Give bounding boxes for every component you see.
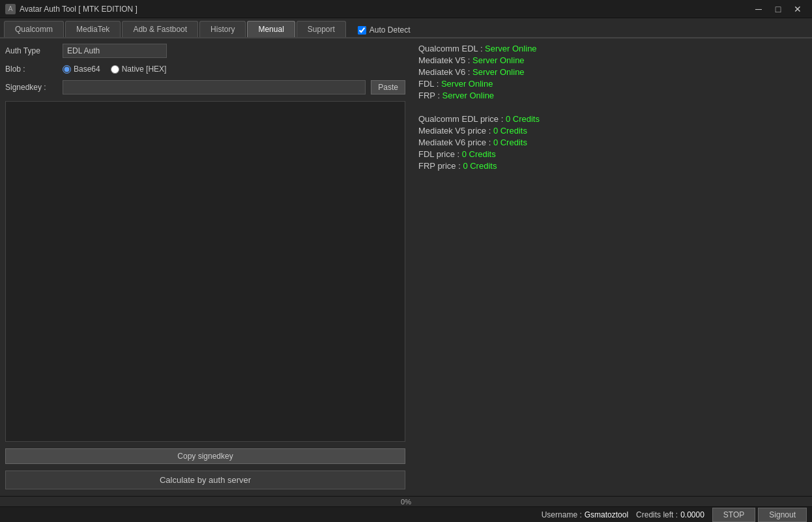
auth-type-input[interactable] bbox=[63, 44, 167, 58]
progress-text: 0% bbox=[401, 498, 411, 506]
pricing-fdl-value: 0 Credits bbox=[462, 149, 496, 159]
auth-type-label: Auth Type bbox=[5, 46, 57, 55]
title-bar: A Avatar Auth Tool [ MTK EDITION ] ─ □ ✕ bbox=[0, 0, 812, 18]
title-bar-controls: ─ □ ✕ bbox=[749, 2, 807, 16]
qualcomm-edl-label: Qualcomm EDL : bbox=[418, 44, 485, 53]
calculate-button[interactable]: Calculate by auth server bbox=[5, 471, 405, 489]
base64-label: Base64 bbox=[74, 65, 100, 74]
auth-type-row: Auth Type bbox=[5, 44, 405, 58]
username-label: Username : bbox=[542, 510, 582, 519]
status-bar: Username : Gsmatoztool Credits left : 0.… bbox=[0, 506, 812, 522]
server-line-qualcomm: Qualcomm EDL : Server Online bbox=[418, 44, 804, 53]
signout-button[interactable]: Signout bbox=[758, 508, 807, 522]
auto-detect-label: Auto Detect bbox=[370, 25, 411, 35]
native-hex-radio[interactable] bbox=[111, 65, 119, 74]
auto-detect-checkbox[interactable] bbox=[358, 26, 366, 35]
pricing-qualcomm: Qualcomm EDL price : 0 Credits bbox=[418, 114, 804, 124]
frp-status: Server Online bbox=[442, 91, 494, 100]
copy-signedkey-button[interactable]: Copy signedkey bbox=[5, 448, 405, 464]
minimize-button[interactable]: ─ bbox=[749, 2, 768, 16]
right-panel: Qualcomm EDL : Server Online Mediatek V5… bbox=[411, 38, 812, 495]
progress-bar-container: 0% bbox=[0, 496, 812, 506]
base64-radio-label[interactable]: Base64 bbox=[63, 65, 100, 74]
auto-detect-checkbox-label[interactable]: Auto Detect bbox=[358, 25, 411, 35]
pricing-frp-value: 0 Credits bbox=[463, 161, 497, 171]
pricing-mtk-v5-label: Mediatek V5 price : bbox=[418, 126, 493, 136]
app-icon: A bbox=[5, 4, 16, 14]
pricing-section: Qualcomm EDL price : 0 Credits Mediatek … bbox=[418, 114, 804, 173]
mtk-v6-label: Mediatek V6 : bbox=[418, 67, 472, 77]
pricing-mtk-v5-value: 0 Credits bbox=[493, 126, 527, 136]
server-status-section: Qualcomm EDL : Server Online Mediatek V5… bbox=[418, 44, 804, 102]
maximize-button[interactable]: □ bbox=[769, 2, 787, 16]
fdl-status: Server Online bbox=[441, 79, 493, 89]
native-hex-radio-label[interactable]: Native [HEX] bbox=[111, 65, 167, 74]
pricing-mtk-v5: Mediatek V5 price : 0 Credits bbox=[418, 126, 804, 136]
pricing-frp: FRP price : 0 Credits bbox=[418, 161, 804, 171]
username-value: Gsmatoztool bbox=[585, 510, 628, 519]
pricing-mtk-v6-label: Mediatek V6 price : bbox=[418, 138, 493, 147]
paste-button[interactable]: Paste bbox=[371, 80, 405, 94]
server-line-frp: FRP : Server Online bbox=[418, 91, 804, 100]
tab-support[interactable]: Support bbox=[297, 21, 346, 37]
pricing-fdl-label: FDL price : bbox=[418, 149, 462, 159]
native-hex-label: Native [HEX] bbox=[122, 65, 167, 74]
main-content: Auth Type Blob : Base64 Native [HEX] Sig… bbox=[0, 38, 812, 495]
mtk-v5-status: Server Online bbox=[472, 55, 524, 65]
server-line-fdl: FDL : Server Online bbox=[418, 79, 804, 89]
tab-qualcomm[interactable]: Qualcomm bbox=[4, 21, 64, 37]
mtk-v5-label: Mediatek V5 : bbox=[418, 55, 472, 65]
pricing-qualcomm-label: Qualcomm EDL price : bbox=[418, 114, 506, 124]
title-bar-text: Avatar Auth Tool [ MTK EDITION ] bbox=[20, 5, 138, 14]
base64-radio[interactable] bbox=[63, 65, 71, 74]
pricing-mtk-v6-value: 0 Credits bbox=[493, 138, 527, 147]
title-bar-left: A Avatar Auth Tool [ MTK EDITION ] bbox=[5, 4, 138, 14]
pricing-qualcomm-value: 0 Credits bbox=[506, 114, 540, 124]
stop-button[interactable]: STOP bbox=[712, 508, 755, 522]
server-line-mtk-v5: Mediatek V5 : Server Online bbox=[418, 55, 804, 65]
signedkey-label: Signedkey : bbox=[5, 83, 57, 92]
signedkey-row: Signedkey : Paste bbox=[5, 80, 405, 94]
qualcomm-edl-status: Server Online bbox=[485, 44, 536, 53]
signedkey-input[interactable] bbox=[63, 80, 366, 94]
pricing-frp-label: FRP price : bbox=[418, 161, 463, 171]
left-panel: Auth Type Blob : Base64 Native [HEX] Sig… bbox=[0, 38, 411, 495]
credits-value: 0.0000 bbox=[680, 510, 704, 519]
tab-mediatek[interactable]: MediaTek bbox=[65, 21, 121, 37]
auto-detect-section: Auto Detect bbox=[350, 25, 812, 37]
credits-label: Credits left : bbox=[636, 510, 678, 519]
blob-label: Blob : bbox=[5, 65, 57, 74]
tab-menual[interactable]: Menual bbox=[247, 21, 295, 37]
status-right: Username : Gsmatoztool Credits left : 0.… bbox=[542, 508, 807, 522]
pricing-fdl: FDL price : 0 Credits bbox=[418, 149, 804, 159]
tab-history[interactable]: History bbox=[199, 21, 246, 37]
mtk-v6-status: Server Online bbox=[472, 67, 524, 77]
tabs-container: Qualcomm MediaTek Adb & Fastboot History… bbox=[0, 18, 350, 37]
tab-adb-fastboot[interactable]: Adb & Fastboot bbox=[122, 21, 198, 37]
blob-radio-group: Base64 Native [HEX] bbox=[63, 65, 166, 74]
output-area[interactable] bbox=[5, 101, 405, 442]
blob-row: Blob : Base64 Native [HEX] bbox=[5, 65, 405, 74]
server-line-mtk-v6: Mediatek V6 : Server Online bbox=[418, 67, 804, 77]
pricing-mtk-v6: Mediatek V6 price : 0 Credits bbox=[418, 138, 804, 147]
frp-label: FRP : bbox=[418, 91, 442, 100]
fdl-label: FDL : bbox=[418, 79, 441, 89]
close-button[interactable]: ✕ bbox=[789, 2, 807, 16]
